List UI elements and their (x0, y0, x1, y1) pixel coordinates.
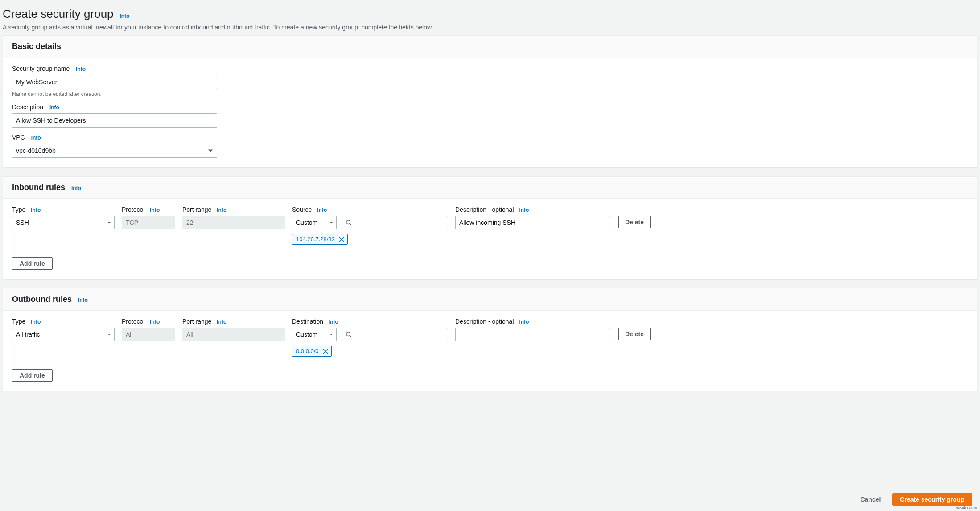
inbound-col-desc: Description - optional (455, 206, 514, 213)
inbound-col-type: Type (12, 206, 25, 213)
inbound-description-input[interactable] (455, 216, 611, 229)
svg-line-5 (350, 336, 352, 338)
outbound-col-port-info[interactable]: Info (217, 319, 226, 325)
page-header: Create security group Info A security gr… (3, 5, 977, 35)
sg-vpc-info-link[interactable]: Info (31, 135, 41, 141)
outbound-rule-columns: Type Info Protocol Info Port range Info … (12, 318, 968, 328)
outbound-delete-rule-button[interactable]: Delete (618, 328, 651, 340)
search-icon (346, 331, 352, 338)
close-icon[interactable] (338, 236, 345, 243)
basic-details-title: Basic details (12, 42, 61, 51)
outbound-destination-chip-text: 0.0.0.0/0 (296, 348, 319, 354)
inbound-delete-rule-button[interactable]: Delete (618, 216, 651, 228)
inbound-source-search-input[interactable] (342, 216, 448, 229)
inbound-col-source: Source (292, 206, 312, 213)
outbound-rules-title: Outbound rules (12, 295, 72, 304)
sg-desc-info-link[interactable]: Info (49, 104, 59, 111)
outbound-col-type-info[interactable]: Info (31, 319, 41, 325)
outbound-col-protocol: Protocol (122, 318, 144, 325)
inbound-port-field (182, 216, 285, 229)
outbound-col-desc-info[interactable]: Info (519, 319, 529, 325)
sg-desc-label: Description Info (12, 103, 968, 111)
svg-point-0 (346, 220, 350, 224)
svg-point-4 (346, 332, 350, 336)
outbound-col-desc: Description - optional (455, 318, 514, 325)
sg-name-helper: Name cannot be edited after creation. (12, 91, 968, 97)
outbound-col-dest: Destination (292, 318, 323, 325)
basic-details-panel-header: Basic details (3, 36, 977, 58)
page-title-info-link[interactable]: Info (119, 13, 129, 19)
sg-vpc-select[interactable] (12, 144, 217, 158)
inbound-col-protocol-info[interactable]: Info (150, 207, 160, 213)
inbound-rules-info-link[interactable]: Info (71, 185, 81, 191)
inbound-protocol-field (122, 216, 175, 229)
inbound-col-protocol: Protocol (122, 206, 144, 213)
page-title: Create security group (3, 7, 114, 21)
sg-name-label-text: Security group name (12, 65, 70, 72)
outbound-rules-info-link[interactable]: Info (78, 297, 88, 303)
inbound-rule-row: 104.26.7.28/32 Delete (12, 216, 968, 245)
inbound-type-select[interactable] (12, 216, 115, 229)
outbound-protocol-field (122, 328, 175, 341)
sg-desc-label-text: Description (12, 103, 43, 111)
outbound-rule-row: 0.0.0.0/0 Delete (12, 328, 968, 357)
outbound-col-port: Port range (182, 318, 211, 325)
outbound-rules-header: Outbound rules Info (3, 288, 977, 311)
inbound-rules-header: Inbound rules Info (3, 177, 977, 199)
outbound-port-field (182, 328, 285, 341)
sg-name-input[interactable] (12, 75, 217, 89)
inbound-add-rule-button[interactable]: Add rule (12, 257, 53, 270)
inbound-col-port: Port range (182, 206, 211, 213)
outbound-col-dest-info[interactable]: Info (329, 319, 338, 325)
outbound-col-protocol-info[interactable]: Info (150, 319, 160, 325)
sg-vpc-label: VPC Info (12, 134, 968, 141)
inbound-rules-title: Inbound rules (12, 183, 65, 192)
page-subtitle: A security group acts as a virtual firew… (3, 24, 977, 31)
sg-desc-input[interactable] (12, 113, 217, 128)
sg-name-info-link[interactable]: Info (76, 66, 86, 72)
inbound-col-type-info[interactable]: Info (31, 207, 41, 213)
basic-details-panel: Basic details Security group name Info N… (3, 35, 977, 167)
search-icon (346, 219, 352, 226)
outbound-type-select[interactable] (12, 328, 115, 341)
inbound-col-desc-info[interactable]: Info (519, 207, 529, 213)
close-icon[interactable] (322, 348, 329, 354)
outbound-description-input[interactable] (455, 328, 611, 341)
outbound-destination-mode-select[interactable] (292, 328, 337, 341)
svg-line-1 (350, 224, 352, 226)
inbound-rule-columns: Type Info Protocol Info Port range Info … (12, 206, 968, 216)
inbound-rules-panel: Inbound rules Info Type Info Protocol In… (3, 176, 977, 279)
inbound-col-source-info[interactable]: Info (317, 207, 327, 213)
outbound-col-type: Type (12, 318, 25, 325)
inbound-col-port-info[interactable]: Info (217, 207, 226, 213)
inbound-source-mode-select[interactable] (292, 216, 337, 229)
outbound-destination-chip: 0.0.0.0/0 (292, 346, 332, 357)
outbound-add-rule-button[interactable]: Add rule (12, 369, 53, 382)
outbound-rules-panel: Outbound rules Info Type Info Protocol I… (3, 288, 977, 391)
inbound-source-chip: 104.26.7.28/32 (292, 234, 348, 245)
inbound-source-chip-text: 104.26.7.28/32 (296, 236, 335, 243)
outbound-destination-search-input[interactable] (342, 328, 448, 341)
page-title-text: Create security group (3, 7, 114, 21)
sg-vpc-label-text: VPC (12, 134, 25, 141)
sg-name-label: Security group name Info (12, 65, 968, 72)
